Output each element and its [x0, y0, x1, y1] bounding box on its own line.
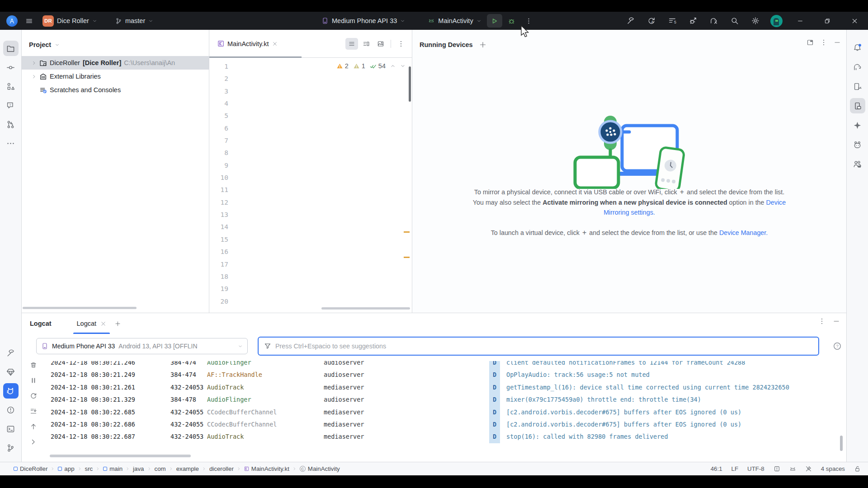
- logcat-output[interactable]: 2024-12-18 08:30:21.246384-474AudioFling…: [51, 361, 844, 457]
- tool-window-button-build[interactable]: [3, 345, 19, 361]
- search-everywhere-button[interactable]: [724, 14, 745, 28]
- tool-window-button-app-quality-insights[interactable]: [3, 364, 19, 380]
- tab-mainactivity-kt[interactable]: MainActivity.kt: [214, 30, 281, 57]
- attach-debugger-button[interactable]: [683, 14, 703, 28]
- kebab-menu-icon[interactable]: [820, 39, 827, 46]
- logcat-trash-button[interactable]: [28, 360, 39, 370]
- breadcrumb-item-mainactivity-kt[interactable]: MainActivity.kt: [244, 465, 289, 472]
- breadcrumb-item-app[interactable]: app: [58, 465, 74, 472]
- gradle-sync-button[interactable]: [703, 14, 724, 28]
- android-status-icon[interactable]: [789, 465, 796, 472]
- split-view-button[interactable]: [360, 38, 373, 50]
- file-encoding[interactable]: UTF-8: [747, 465, 764, 472]
- tool-window-button-notifications[interactable]: [850, 40, 865, 55]
- build-hammer-button[interactable]: [620, 14, 641, 28]
- logcat-filter-input[interactable]: Press Ctrl+Espacio to see suggestions: [258, 337, 819, 356]
- logcat-scroll-end-button[interactable]: [28, 406, 39, 416]
- settings-button[interactable]: [745, 14, 766, 28]
- tool-window-button-terminal[interactable]: [3, 421, 19, 436]
- project-item-external-libraries[interactable]: External Libraries: [22, 70, 209, 83]
- project-item-scratches-and-consoles[interactable]: Scratches and Consoles: [22, 83, 209, 97]
- breadcrumb-item-example[interactable]: example: [176, 465, 199, 472]
- run-configuration-selector[interactable]: MainActivity: [424, 14, 485, 28]
- profiler-button[interactable]: 5: [662, 14, 683, 28]
- tool-window-button-logcat[interactable]: [3, 383, 19, 399]
- breadcrumb-item-diceroller[interactable]: diceroller: [209, 465, 234, 472]
- run-button[interactable]: [487, 14, 502, 28]
- unpinned-icon[interactable]: [805, 465, 812, 472]
- tool-window-button-more-tool-windows[interactable]: [3, 136, 19, 151]
- tool-window-button-commit[interactable]: [3, 60, 19, 75]
- logcat-vertical-scrollbar[interactable]: [840, 436, 843, 451]
- close-tab-icon[interactable]: [272, 41, 278, 47]
- log-row[interactable]: 2024-12-18 08:30:22.687432-24053AudioTra…: [51, 431, 844, 443]
- breadcrumb-item-src[interactable]: src: [85, 465, 93, 472]
- log-row[interactable]: 2024-12-18 08:30:21.261432-24053AudioTra…: [51, 381, 844, 394]
- editor-stripe-mark[interactable]: [404, 231, 410, 233]
- logcat-chev-right-button[interactable]: [28, 437, 39, 447]
- help-icon[interactable]: ?: [833, 342, 842, 351]
- project-item-diceroller[interactable]: DiceRoller [Dice Roller] C:\Users\anaij\…: [22, 56, 209, 70]
- project-horizontal-scrollbar[interactable]: [23, 307, 137, 309]
- breadcrumb-item-diceroller[interactable]: DiceRoller: [14, 465, 47, 472]
- logcat-tab[interactable]: Logcat: [72, 313, 111, 334]
- logcat-device-selector[interactable]: Medium Phone API 33 Android 13, API 33 […: [36, 338, 248, 354]
- log-row[interactable]: 2024-12-18 08:30:21.249384-474AF::TrackH…: [51, 369, 844, 381]
- sync-project-button[interactable]: A: [641, 14, 662, 28]
- logcat-restart-button[interactable]: [28, 391, 39, 401]
- tool-window-button-android-assistant[interactable]: [850, 137, 865, 152]
- logcat-horizontal-scrollbar[interactable]: [50, 455, 191, 457]
- logcat-arrow-up-button[interactable]: [28, 422, 39, 432]
- next-issue-icon[interactable]: [400, 63, 406, 69]
- kebab-menu-icon[interactable]: [818, 318, 826, 325]
- new-logcat-tab-button[interactable]: [111, 317, 124, 330]
- device-selector[interactable]: Medium Phone API 33: [318, 14, 409, 28]
- hide-panel-icon[interactable]: [834, 39, 841, 46]
- link[interactable]: Device Manager.: [719, 229, 768, 236]
- breadcrumb-item-com[interactable]: com: [155, 465, 166, 472]
- tool-window-button-device-manager[interactable]: [850, 79, 865, 94]
- tool-window-button-assistant-chat[interactable]: ?: [3, 98, 19, 113]
- window-restore-button[interactable]: [814, 12, 841, 30]
- log-row[interactable]: 2024-12-18 08:30:21.329384-478AudioFling…: [51, 394, 844, 406]
- weak-warning-count[interactable]: 1: [353, 62, 365, 70]
- window-minimize-button[interactable]: [787, 12, 814, 30]
- expand-chevron-icon[interactable]: [32, 61, 37, 66]
- debug-button[interactable]: [504, 14, 519, 28]
- add-device-icon[interactable]: [479, 41, 486, 48]
- tool-window-button-pull-requests[interactable]: [3, 117, 19, 132]
- line-ending[interactable]: LF: [731, 465, 739, 472]
- layout-settings-icon[interactable]: [807, 39, 814, 46]
- tool-window-button-community[interactable]: [850, 156, 865, 172]
- tool-window-button-running-devices[interactable]: [850, 98, 865, 113]
- window-close-button[interactable]: [841, 12, 868, 30]
- previous-issue-icon[interactable]: [390, 63, 396, 69]
- expand-chevron-icon[interactable]: [32, 74, 37, 79]
- tool-window-button-project[interactable]: [3, 41, 19, 56]
- tool-window-button-problems[interactable]: [3, 402, 19, 418]
- vcs-branch-selector[interactable]: master: [112, 14, 157, 28]
- editor-horizontal-scrollbar[interactable]: [321, 307, 410, 310]
- tool-window-button-resource-manager[interactable]: [3, 79, 19, 94]
- project-selector[interactable]: DR Dice Roller: [39, 14, 101, 28]
- warning-count[interactable]: 2: [336, 62, 349, 70]
- caret-position[interactable]: 46:1: [711, 465, 722, 472]
- editor-stripe-mark[interactable]: [404, 257, 410, 258]
- log-row[interactable]: 2024-12-18 08:30:22.686432-24055CCodecBu…: [51, 418, 844, 431]
- design-view-button[interactable]: [374, 38, 387, 50]
- tool-window-button-version-control[interactable]: [3, 440, 19, 455]
- breadcrumb-item-mainactivity[interactable]: CMainActivity: [300, 465, 340, 472]
- editor-options-button[interactable]: [395, 38, 407, 50]
- code-view-button[interactable]: [345, 38, 358, 50]
- tool-window-button-gemini[interactable]: [850, 117, 865, 133]
- lock-icon[interactable]: [854, 465, 861, 472]
- inspections-status-icon[interactable]: [774, 465, 780, 472]
- main-menu-button[interactable]: [22, 14, 36, 28]
- project-panel-header[interactable]: Project: [22, 37, 209, 52]
- avatar-button[interactable]: [766, 14, 787, 28]
- breadcrumb-item-main[interactable]: main: [103, 465, 123, 472]
- indent-setting[interactable]: 4 spaces: [821, 465, 845, 472]
- logcat-pause-button[interactable]: [28, 375, 39, 385]
- tool-window-button-gradle[interactable]: [850, 59, 865, 75]
- log-row[interactable]: 2024-12-18 08:30:22.685432-24055CCodecBu…: [51, 406, 844, 418]
